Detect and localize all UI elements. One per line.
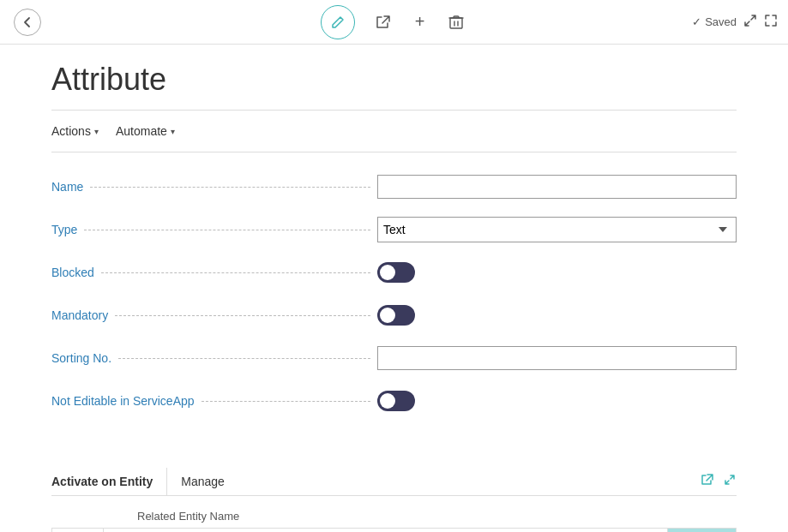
automate-dropdown[interactable]: Automate ▾ xyxy=(116,119,185,143)
type-select[interactable]: Text Number Date Boolean xyxy=(377,217,737,242)
tab-activate-label: Activate on Entity xyxy=(51,475,153,488)
not-editable-control xyxy=(377,391,737,411)
delete-button[interactable] xyxy=(445,11,467,33)
page-content: Attribute Actions ▾ Automate ▾ Name Type… xyxy=(0,45,788,532)
form-section: Name Type Text Number Date Boolean Block… xyxy=(51,152,737,447)
tab-activate-on-entity[interactable]: Activate on Entity xyxy=(51,468,166,495)
name-control xyxy=(377,175,737,199)
sorting-input[interactable] xyxy=(377,346,737,370)
back-button[interactable] xyxy=(14,9,41,36)
fullscreen-button[interactable] xyxy=(764,14,778,31)
sorting-row: Sorting No. xyxy=(51,344,737,372)
toolbar-icons: + xyxy=(321,5,468,39)
saved-label: Saved xyxy=(705,15,737,28)
column-header-related-entity: Related Entity Name xyxy=(51,510,737,528)
section-share-button[interactable] xyxy=(701,473,714,490)
table-row: → – xyxy=(52,529,737,533)
saved-status: ✓ Saved xyxy=(692,15,737,28)
blocked-toggle[interactable] xyxy=(377,262,737,283)
add-button[interactable]: + xyxy=(412,9,429,35)
type-row: Type Text Number Date Boolean xyxy=(51,216,737,243)
not-editable-toggle[interactable] xyxy=(377,391,737,411)
name-input[interactable] xyxy=(377,175,737,199)
window-buttons xyxy=(743,14,778,31)
share-button[interactable] xyxy=(372,11,394,33)
top-bar: + ✓ Saved xyxy=(0,0,788,45)
type-label: Type xyxy=(51,223,377,236)
blocked-control xyxy=(377,262,737,283)
entity-cell-1: – xyxy=(104,529,668,533)
page-title: Attribute xyxy=(51,62,737,98)
table-area: Related Entity Name → – xyxy=(51,510,737,532)
sorting-control xyxy=(377,346,737,370)
tab-manage[interactable]: Manage xyxy=(166,468,238,495)
edit-button[interactable] xyxy=(321,5,355,39)
mandatory-row: Mandatory xyxy=(51,302,737,329)
blocked-label: Blocked xyxy=(51,266,377,279)
check-icon: ✓ xyxy=(692,15,701,28)
arrow-cell-1: → xyxy=(52,529,104,533)
svg-rect-0 xyxy=(450,18,462,28)
tab-manage-label: Manage xyxy=(181,475,225,488)
automate-label: Automate xyxy=(116,124,167,138)
actions-bar: Actions ▾ Automate ▾ xyxy=(51,111,737,152)
name-label: Name xyxy=(51,180,377,194)
mandatory-toggle[interactable] xyxy=(377,305,737,326)
section-header: Activate on Entity Manage xyxy=(51,468,737,496)
blocked-row: Blocked xyxy=(51,259,737,286)
mandatory-control xyxy=(377,305,737,326)
entity-table: → – xyxy=(51,528,737,532)
not-editable-label: Not Editable in ServiceApp xyxy=(51,394,377,408)
section-action-icons xyxy=(701,473,737,490)
automate-chevron-icon: ▾ xyxy=(171,127,175,136)
expand-button[interactable] xyxy=(743,14,757,31)
name-row: Name xyxy=(51,173,737,200)
actions-dropdown[interactable]: Actions ▾ xyxy=(51,119,109,143)
not-editable-row: Not Editable in ServiceApp xyxy=(51,387,737,415)
type-control: Text Number Date Boolean xyxy=(377,217,737,242)
mandatory-label: Mandatory xyxy=(51,308,377,322)
action-cell-1[interactable] xyxy=(668,529,737,533)
actions-chevron-icon: ▾ xyxy=(94,127,99,136)
section-expand-button[interactable] xyxy=(723,473,737,490)
sorting-label: Sorting No. xyxy=(51,351,377,365)
actions-label: Actions xyxy=(51,124,91,138)
